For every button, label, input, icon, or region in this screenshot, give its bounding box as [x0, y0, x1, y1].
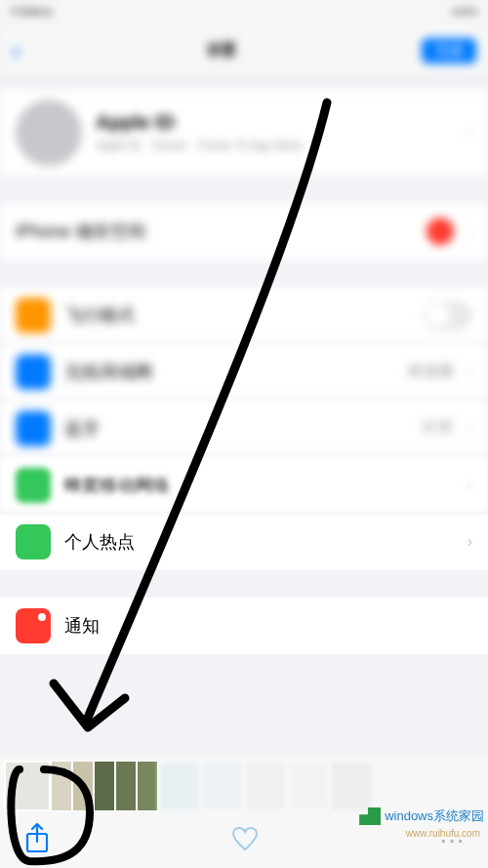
carrier: 中国移动 [10, 5, 53, 20]
chevron-right-icon: › [468, 476, 472, 494]
badge-icon [427, 218, 454, 245]
wifi-icon [16, 354, 51, 390]
storage-row[interactable]: iPhone 储存空间 › [0, 203, 488, 260]
nav-action-button[interactable]: 完成 [422, 38, 476, 63]
nav-header: ‹ 设置 完成 [0, 23, 488, 78]
thumbnail[interactable] [244, 761, 287, 811]
airplane-label: 飞行模式 [64, 304, 410, 327]
airplane-row[interactable]: 飞行模式 [0, 287, 488, 344]
bluetooth-label: 蓝牙 [64, 417, 409, 440]
cellular-row[interactable]: 蜂窝移动网络 › [0, 457, 488, 514]
battery: 100% [451, 6, 478, 18]
profile-name: Apple ID [96, 111, 454, 134]
back-icon[interactable]: ‹ [12, 35, 20, 66]
thumbnail[interactable] [72, 761, 94, 811]
hotspot-icon [16, 524, 51, 559]
thumbnail-strip[interactable] [0, 759, 488, 813]
watermark: windows系统家园 www.ruihufu.com [359, 807, 484, 825]
profile-sub: Apple ID、iCloud、iTunes 与 App Store [96, 138, 454, 154]
watermark-text: windows系统家园 [385, 807, 484, 825]
hotspot-row[interactable]: 个人热点 › [0, 514, 488, 570]
status-right: 100% [451, 6, 478, 18]
bluetooth-value: 打开 [423, 418, 454, 438]
thumbnail[interactable] [158, 761, 201, 811]
wifi-label: 无线局域网 [64, 360, 393, 384]
storage-label: iPhone 储存空间 [16, 220, 413, 243]
watermark-logo-icon [359, 807, 381, 825]
profile-row[interactable]: Apple ID Apple ID、iCloud、iTunes 与 App St… [0, 90, 488, 176]
chevron-right-icon: › [468, 124, 472, 142]
thumbnail[interactable] [51, 761, 72, 811]
status-bar: 中国移动 100% [0, 0, 488, 23]
cellular-icon [16, 468, 51, 503]
wifi-value: 未连接 [407, 361, 454, 382]
share-icon [23, 822, 51, 855]
notifications-label: 通知 [64, 614, 472, 638]
share-button[interactable] [23, 822, 51, 859]
favorite-button[interactable] [231, 826, 259, 855]
thumbnail[interactable] [287, 761, 330, 811]
thumbnail[interactable] [94, 761, 115, 811]
hotspot-label: 个人热点 [64, 530, 454, 554]
thumbnail[interactable] [137, 761, 158, 811]
bluetooth-icon [16, 411, 51, 446]
status-left: 中国移动 [10, 5, 53, 20]
settings-list: Apple ID Apple ID、iCloud、iTunes 与 App St… [0, 78, 488, 654]
thumbnail[interactable] [201, 761, 244, 811]
chevron-right-icon: › [468, 223, 472, 240]
avatar [16, 100, 82, 166]
airplane-toggle[interactable] [424, 301, 472, 330]
cellular-label: 蜂窝移动网络 [64, 474, 454, 497]
watermark-url: www.ruihufu.com [406, 828, 480, 839]
chevron-right-icon: › [468, 363, 472, 381]
notification-icon [16, 608, 51, 643]
chevron-right-icon: › [468, 420, 472, 437]
wifi-row[interactable]: 无线局域网 未连接 › [0, 344, 488, 400]
chevron-right-icon: › [468, 533, 472, 551]
notifications-row[interactable]: 通知 [0, 598, 488, 654]
bluetooth-row[interactable]: 蓝牙 打开 › [0, 400, 488, 457]
heart-icon [231, 826, 259, 851]
thumbnail[interactable] [4, 761, 51, 811]
nav-title: 设置 [20, 41, 422, 60]
thumbnail[interactable] [115, 761, 137, 811]
thumbnail[interactable] [330, 761, 373, 811]
airplane-icon [16, 298, 51, 333]
